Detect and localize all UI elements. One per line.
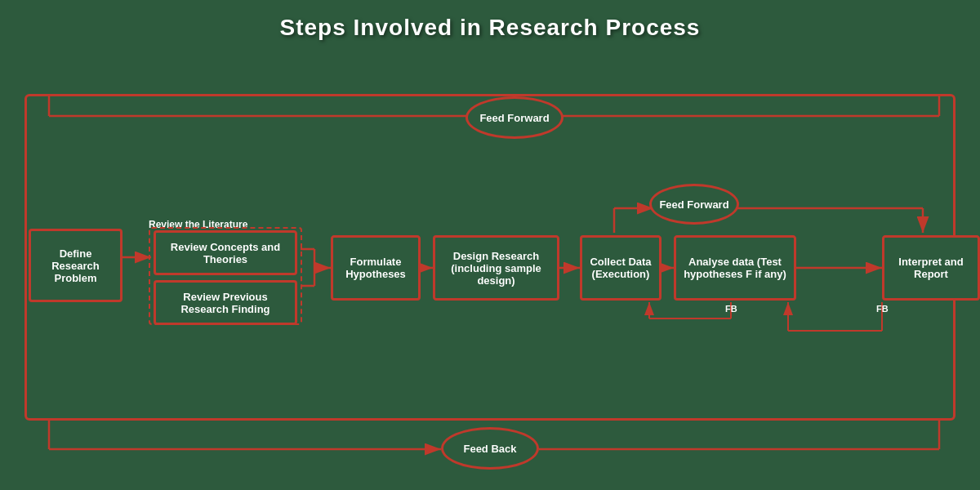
feed-forward-top-oval: Feed Forward [466,96,564,139]
collect-data-box: Collect Data (Execution) [580,235,662,301]
design-research-box: Design Research (including sample design… [433,235,559,301]
feed-forward-mid-oval: Feed Forward [649,184,739,225]
define-research-problem-box: Define Research Problem [29,229,122,302]
review-previous-box: Review Previous Research Finding [154,280,297,325]
formulate-hypotheses-box: Formulate Hypotheses [331,235,421,301]
interpret-report-box: Interpret and Report [882,235,980,301]
fb1-label: FB [725,304,737,314]
analyse-data-box: Analyse data (Test hypotheses F if any) [674,235,796,301]
feed-back-oval: Feed Back [441,427,539,470]
review-concepts-box: Review Concepts and Theories [154,230,297,275]
page-title: Steps Involved in Research Process [0,0,980,49]
fb2-label: FB [876,304,889,314]
